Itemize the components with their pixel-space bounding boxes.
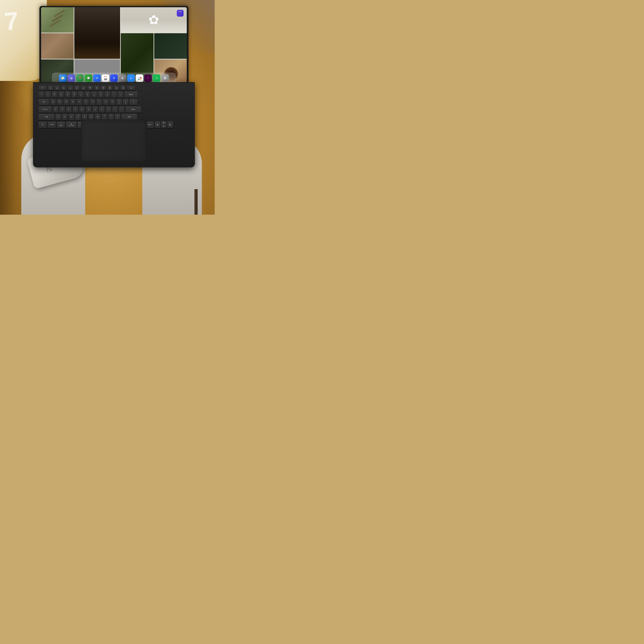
- key-f11[interactable]: 🔉F11: [114, 85, 119, 91]
- key-t[interactable]: T: [76, 99, 82, 105]
- key-backtick[interactable]: ~`: [38, 91, 44, 98]
- key-o[interactable]: O: [103, 99, 109, 105]
- dock-trash[interactable]: 🗑: [161, 74, 169, 82]
- key-8[interactable]: *8: [91, 91, 97, 98]
- table-leg: [194, 189, 198, 215]
- dock-spotify[interactable]: ♫: [153, 74, 160, 82]
- arc-browser-icon[interactable]: ⌒: [177, 10, 184, 17]
- key-f7[interactable]: ⏮F7: [87, 85, 93, 91]
- dock-zoom[interactable]: Z: [127, 74, 135, 82]
- key-3[interactable]: #3: [58, 91, 64, 98]
- key-a[interactable]: A: [53, 106, 59, 113]
- key-arrow-left[interactable]: ◄: [154, 121, 160, 128]
- key-f[interactable]: F: [72, 106, 78, 113]
- key-power[interactable]: ⏻: [127, 85, 135, 91]
- key-6[interactable]: ^6: [78, 91, 84, 98]
- qwerty-key-row: tab Q W E R T Y U I O P {[ }] |\: [38, 99, 190, 105]
- key-esc[interactable]: esc: [38, 85, 47, 91]
- trackpad[interactable]: [81, 119, 147, 162]
- key-option-left[interactable]: ⌥option: [57, 121, 65, 128]
- dock-settings[interactable]: ⚙: [119, 74, 126, 82]
- laptop-screen: ⌒ ⊞ 📍 💬 ✉: [39, 6, 188, 85]
- key-x[interactable]: X: [62, 114, 68, 120]
- key-w[interactable]: W: [57, 99, 63, 105]
- key-y[interactable]: Y: [83, 99, 89, 105]
- keyboard-chassis: esc ☀F1 ☀F2 ⊟F3 ⌕F4 🎤F5 ☼F6 ⏮F7 ⏯F8 ⏭F9 …: [33, 82, 195, 167]
- key-command-left[interactable]: ⌘command: [66, 121, 77, 128]
- key-9[interactable]: (9: [98, 91, 104, 98]
- key-s[interactable]: S: [59, 106, 65, 113]
- key-f12[interactable]: 🔊F12: [120, 85, 126, 91]
- key-r[interactable]: R: [70, 99, 76, 105]
- key-c[interactable]: C: [68, 114, 74, 120]
- screen-display: ⌒ ⊞ 📍 💬 ✉: [41, 7, 187, 85]
- key-f4[interactable]: ⌕F4: [67, 85, 73, 91]
- key-return[interactable]: return: [125, 106, 141, 113]
- key-1[interactable]: !1: [45, 91, 51, 98]
- key-quote[interactable]: "': [119, 106, 125, 113]
- key-f3[interactable]: ⊟F3: [61, 85, 67, 91]
- key-f8[interactable]: ⏯F8: [94, 85, 100, 91]
- key-p[interactable]: P: [109, 99, 115, 105]
- key-lbracket[interactable]: {[: [116, 99, 122, 105]
- photo-golf-course: [154, 33, 187, 59]
- key-shift-left[interactable]: shift: [38, 114, 55, 120]
- dock-mail[interactable]: ✉: [93, 74, 101, 82]
- key-arrow-right[interactable]: ►: [167, 121, 173, 128]
- dock-finder[interactable]: [59, 74, 67, 82]
- key-u[interactable]: U: [90, 99, 96, 105]
- key-capslock[interactable]: caps lock: [38, 106, 52, 113]
- laptop: ⌒ ⊞ 📍 💬 ✉: [33, 6, 195, 174]
- dock-messages[interactable]: 💬: [85, 74, 92, 82]
- key-5[interactable]: %5: [71, 91, 77, 98]
- dock-chrome[interactable]: [136, 74, 143, 82]
- key-h[interactable]: H: [86, 106, 92, 113]
- key-semicolon[interactable]: :;: [112, 106, 118, 113]
- key-arrow-updown[interactable]: ▲▼: [161, 121, 167, 128]
- photo-building: [74, 7, 120, 59]
- dock-maps[interactable]: 📍: [76, 74, 84, 82]
- key-f5[interactable]: 🎤F5: [74, 85, 80, 91]
- svg-rect-3: [62, 78, 64, 79]
- key-2[interactable]: @2: [52, 91, 57, 98]
- key-7[interactable]: &7: [85, 91, 91, 98]
- key-l[interactable]: L: [105, 106, 111, 113]
- key-e[interactable]: E: [63, 99, 69, 105]
- wall-letter: 7: [3, 6, 19, 36]
- key-f6[interactable]: ☼F6: [80, 85, 86, 91]
- photo-living-room: [41, 33, 74, 59]
- dock-appstore[interactable]: A: [110, 74, 118, 82]
- key-equals[interactable]: +=: [118, 91, 124, 98]
- key-k[interactable]: K: [99, 106, 105, 113]
- fn-key-row: esc ☀F1 ☀F2 ⊟F3 ⌕F4 🎤F5 ☼F6 ⏮F7 ⏯F8 ⏭F9 …: [38, 85, 190, 91]
- macos-dock: ⊞ 📍 💬 ✉ OCT 10 A: [52, 73, 176, 83]
- key-z[interactable]: Z: [55, 114, 61, 120]
- key-backslash[interactable]: |\: [129, 99, 138, 105]
- dock-slack[interactable]: #: [144, 74, 152, 82]
- key-f1[interactable]: ☀F1: [47, 85, 53, 91]
- key-control[interactable]: control: [47, 121, 56, 128]
- key-q[interactable]: Q: [50, 99, 56, 105]
- key-d[interactable]: D: [66, 106, 72, 113]
- scene: 7: [0, 0, 215, 215]
- dock-launchpad[interactable]: ⊞: [68, 74, 75, 82]
- key-g[interactable]: G: [79, 106, 85, 113]
- number-key-row: ~` !1 @2 #3 $4 %5 ^6 &7 *8 (9 )0 _- += d…: [38, 91, 190, 98]
- key-f10[interactable]: 🔇F10: [107, 85, 113, 91]
- dock-calendar[interactable]: OCT 10: [102, 74, 109, 82]
- photo-ceiling-fan: [41, 7, 74, 33]
- key-i[interactable]: I: [96, 99, 102, 105]
- svg-point-6: [139, 78, 140, 79]
- key-4[interactable]: $4: [65, 91, 71, 98]
- key-v[interactable]: V: [75, 114, 81, 120]
- key-j[interactable]: J: [92, 106, 98, 113]
- asdf-key-row: caps lock A S D F G H J K L :; "' return: [38, 106, 190, 113]
- key-minus[interactable]: _-: [111, 91, 117, 98]
- key-tab[interactable]: tab: [38, 99, 49, 105]
- key-fn[interactable]: fn: [38, 121, 47, 128]
- key-f9[interactable]: ⏭F9: [100, 85, 106, 91]
- key-delete[interactable]: delete: [124, 91, 138, 98]
- key-rbracket[interactable]: }]: [123, 99, 129, 105]
- key-0[interactable]: )0: [104, 91, 110, 98]
- key-f2[interactable]: ☀F2: [54, 85, 60, 91]
